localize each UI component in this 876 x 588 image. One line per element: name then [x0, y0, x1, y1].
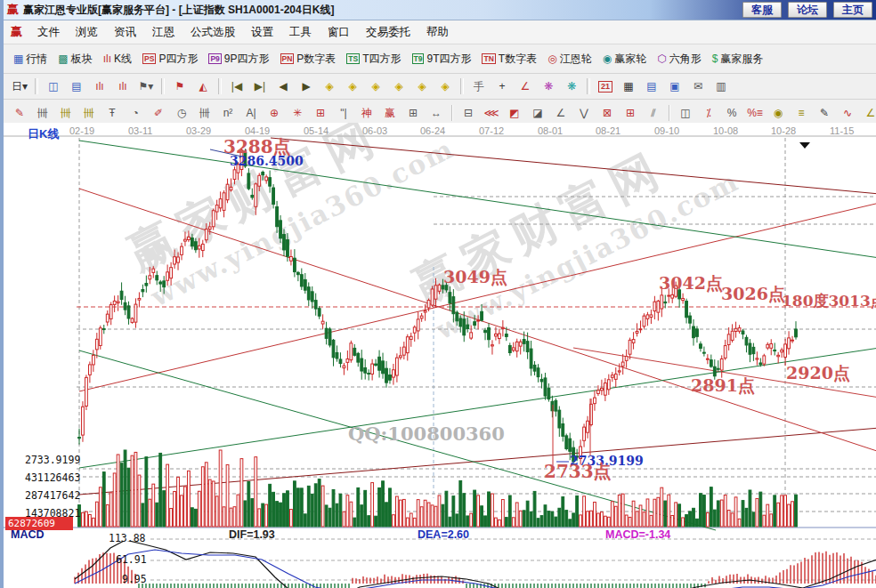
ying-tool-icon[interactable]: 赢 — [379, 103, 401, 123]
pen-ruler-icon[interactable]: ✐ — [148, 103, 169, 123]
time-circle-icon[interactable]: ◷ — [171, 103, 192, 123]
menu-文件[interactable]: 文件 — [29, 25, 68, 40]
page-prev-icon[interactable]: ◀ — [272, 77, 294, 96]
zone-chart-icon[interactable]: ◫ — [43, 77, 64, 96]
9t-square-button[interactable]: T99T四方形 — [407, 52, 477, 67]
menu-江恩[interactable]: 江恩 — [144, 25, 182, 40]
red-grid-icon[interactable]: ⊞ — [310, 103, 331, 123]
wave-av-icon[interactable]: ∿ — [837, 103, 858, 123]
pen-tool-icon[interactable]: ✎ — [9, 103, 30, 123]
first-page-icon[interactable]: |◀ — [226, 77, 247, 96]
forum-button[interactable]: 论坛 — [788, 2, 827, 18]
last-page-glyph: ▶| — [255, 80, 265, 93]
gann-expand-icon[interactable]: ◈ — [434, 77, 456, 96]
f-ruler-icon[interactable]: Ŧ — [101, 103, 123, 123]
winner-wheel-button[interactable]: ◉赢家轮 — [597, 52, 652, 67]
calendar-icon[interactable]: 21 — [595, 77, 616, 96]
shen-tool-icon[interactable]: 神 — [356, 103, 377, 123]
last-page-icon[interactable]: ▶| — [249, 77, 271, 96]
fractal-purple-icon[interactable]: ❋ — [538, 77, 559, 96]
hexagon-button[interactable]: ⬡六角形 — [652, 52, 706, 67]
percent-icon[interactable]: % — [721, 103, 742, 123]
fan-box-icon[interactable]: ◩ — [504, 103, 525, 123]
gann-widen-icon[interactable]: ◈ — [365, 77, 386, 96]
inch-mark-icon[interactable]: ʺ| — [333, 103, 354, 123]
9p-square-button[interactable]: P99P四方形 — [203, 52, 274, 67]
gold-ruler-1-icon[interactable]: 卌 — [55, 103, 77, 123]
bars-3-icon[interactable]: ılı — [89, 77, 110, 96]
grid-2-icon[interactable]: ⊞ — [402, 103, 424, 123]
kline-button[interactable]: ılıK线 — [98, 52, 137, 67]
fan-lines-glyph: ⋘ — [483, 107, 499, 119]
flag-dropdown-icon[interactable]: ⚑▾ — [135, 77, 157, 96]
mail-icon[interactable]: ✉ — [687, 77, 709, 96]
gold-angle-icon[interactable]: ∠ — [860, 103, 876, 123]
date-tick: 03-29 — [186, 125, 211, 136]
parallel-lines-icon[interactable]: ⫽ — [643, 103, 664, 123]
period-dropdown-icon[interactable]: 日▾ — [9, 77, 30, 96]
t-table-button[interactable]: TNT数字表 — [476, 52, 542, 67]
notepad-icon[interactable]: ▤ — [641, 77, 662, 96]
circle-cross-icon[interactable]: ⊕ — [264, 103, 285, 123]
red-grid-2-icon[interactable]: ⊠ — [596, 103, 618, 123]
p-table-button[interactable]: PNP数字表 — [275, 52, 342, 67]
home-button[interactable]: 主页 — [833, 2, 872, 18]
gann-web-icon[interactable]: ✳ — [287, 103, 308, 123]
gann-shift-left-icon[interactable]: ◈ — [319, 77, 340, 96]
menu-公式选股[interactable]: 公式选股 — [182, 25, 243, 40]
ruler-icon[interactable]: 卌 — [32, 103, 53, 123]
date-tick: 05-14 — [304, 125, 328, 136]
t-square-button[interactable]: TST四方形 — [341, 52, 406, 67]
color-histogram-icon[interactable]: ◭ — [192, 77, 214, 96]
fractal-teal-icon[interactable]: ❋ — [561, 77, 582, 96]
brush-icon[interactable]: ✎ — [814, 103, 835, 123]
wave-av-glyph: ∿ — [843, 107, 852, 119]
gann-compress-icon[interactable]: ◈ — [388, 77, 410, 96]
spiral-tool-icon[interactable]: ◔ — [125, 103, 146, 123]
info-panel-icon[interactable]: ▤ — [66, 77, 87, 96]
calculator-icon[interactable]: ▦ — [618, 77, 639, 96]
fan-box-2-icon[interactable]: ◪ — [527, 103, 548, 123]
menu-资讯[interactable]: 资讯 — [106, 25, 144, 40]
quotes-button[interactable]: ▦行情 — [8, 52, 53, 67]
gann-wheel-button[interactable]: ◎江恩轮 — [542, 52, 596, 67]
angle-lines-icon[interactable]: ∠ — [550, 103, 572, 123]
pct-levels-icon[interactable]: %≡ — [744, 103, 766, 123]
bars-9-icon[interactable]: ılı — [112, 77, 134, 96]
gann-center-icon[interactable]: ◈ — [411, 77, 433, 96]
gold-ruler-2-icon[interactable]: 卌 — [78, 103, 100, 123]
page-next-icon[interactable]: ▶ — [296, 77, 317, 96]
ruler-2-icon[interactable]: 卌 — [194, 103, 215, 123]
angle-tool-icon[interactable]: ∠ — [515, 77, 536, 96]
target-box-icon[interactable]: ◫ — [675, 103, 696, 123]
menu-帮助[interactable]: 帮助 — [418, 25, 457, 40]
menu-窗口[interactable]: 窗口 — [320, 25, 358, 40]
gold-levels-icon[interactable]: ≡ — [791, 103, 812, 123]
menu-浏览[interactable]: 浏览 — [68, 25, 106, 40]
gann-shift-right-icon[interactable]: ◈ — [342, 77, 363, 96]
n-square-icon[interactable]: n² — [217, 103, 239, 123]
winner-service-button[interactable]: $赢家服务 — [707, 52, 769, 67]
gann-box-icon[interactable]: ⊟ — [458, 103, 479, 123]
menu-设置[interactable]: 设置 — [243, 25, 281, 40]
fan-lines-icon[interactable]: ⋘ — [481, 103, 502, 123]
mirror-tool-icon[interactable]: A| — [240, 103, 262, 123]
toolbar-separator — [218, 78, 222, 94]
menu-工具[interactable]: 工具 — [281, 25, 320, 40]
sectors-button[interactable]: ▩板块 — [53, 52, 97, 67]
width-arrows-icon[interactable]: ↔ — [426, 103, 447, 123]
service-button[interactable]: 客服 — [742, 2, 782, 18]
gold-circle-icon[interactable]: ◉ — [767, 103, 789, 123]
menu-交易委托[interactable]: 交易委托 — [358, 25, 418, 40]
gann-flag-icon[interactable]: ⚑ — [169, 77, 191, 96]
check-lines-icon[interactable]: ⋁ — [573, 103, 595, 123]
p-square-button[interactable]: PSP四方形 — [137, 52, 203, 67]
pct-slash-icon[interactable]: ⁒ — [698, 103, 719, 123]
printer-icon[interactable]: ▥ — [710, 77, 732, 96]
red-grid-3-icon[interactable]: ⊞ — [620, 103, 641, 123]
hand-tool-icon[interactable]: 手 — [468, 77, 490, 96]
save-icon[interactable]: ▣ — [664, 77, 685, 96]
chart-canvas[interactable]: 赢家财富网www.yingjia360.com赢家财富网www.yingjia3… — [4, 123, 876, 588]
crosshair-tool-icon[interactable]: + — [491, 77, 513, 96]
gann-web-glyph: ✳ — [293, 107, 302, 119]
